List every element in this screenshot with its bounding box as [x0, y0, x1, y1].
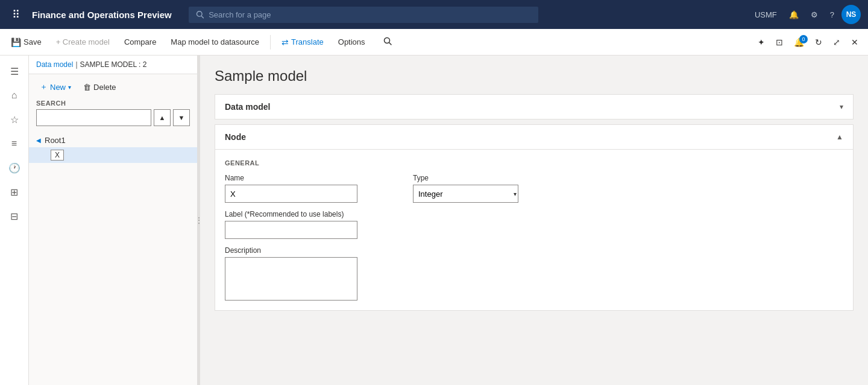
form-row-main: Name Label (*Recommended to use labels) … [225, 174, 843, 301]
data-model-title: Data model [225, 102, 270, 112]
view-icon[interactable]: ⊡ [771, 34, 788, 51]
sidebar-modules[interactable]: ⊟ [4, 205, 25, 227]
sidebar-hamburger[interactable]: ☰ [4, 60, 25, 82]
bell-icon[interactable]: 🔔 [784, 8, 804, 22]
sidebar-recent[interactable]: 🕐 [4, 157, 25, 179]
avatar[interactable]: NS [841, 5, 861, 24]
child-node-box: X [51, 150, 64, 161]
settings-icon[interactable]: ⚙ [806, 8, 823, 22]
search-input[interactable] [209, 10, 531, 19]
description-field-group: Description [225, 246, 357, 301]
nav-right-actions: USMF 🔔 ⚙ ? NS [750, 5, 861, 24]
personalize-icon[interactable]: ✦ [753, 34, 770, 51]
breadcrumb-link[interactable]: Data model [36, 60, 73, 69]
collapse-icon: ◀ [36, 137, 41, 144]
type-select-wrapper: Integer String Boolean Real Date DateTim… [413, 185, 521, 203]
help-icon[interactable]: ? [825, 8, 839, 22]
tree-search-input[interactable] [36, 109, 151, 126]
description-label: Description [225, 246, 357, 255]
save-icon: 💾 [11, 37, 21, 47]
cmd-right-icons: ✦ ⊡ 🔔 0 ↻ ⤢ ✕ [753, 34, 863, 51]
label-input[interactable] [225, 221, 357, 239]
form-left-col: Name Label (*Recommended to use labels) … [225, 174, 357, 301]
sidebar-workspace[interactable]: ⊞ [4, 181, 25, 203]
translate-button[interactable]: ⇄ Translate [275, 34, 330, 51]
svg-line-3 [389, 43, 391, 45]
save-button[interactable]: 💾 Save [5, 34, 48, 51]
form-right-col: Type Integer String Boolean Real Date Da… [413, 174, 521, 203]
tree-panel: Data model | SAMPLE MODEL : 2 ＋ New ▾ 🗑 … [29, 56, 198, 385]
cmd-separator [270, 35, 271, 49]
usmf-label[interactable]: USMF [750, 8, 782, 22]
tree-content: ◀ Root1 X [29, 131, 197, 385]
refresh-icon[interactable]: ↻ [810, 34, 827, 51]
notifications-icon[interactable]: 🔔 0 [789, 34, 809, 51]
map-model-button[interactable]: Map model to datasource [165, 34, 265, 50]
plus-icon: ＋ [40, 81, 48, 92]
data-model-section: Data model ▾ [215, 94, 854, 119]
sidebar-home[interactable]: ⌂ [4, 84, 25, 106]
delete-button[interactable]: 🗑 Delete [80, 80, 120, 94]
top-navbar: ⠿ Finance and Operations Preview USMF 🔔 … [0, 0, 868, 29]
type-field-group: Type Integer String Boolean Real Date Da… [413, 174, 521, 203]
sidebar-list[interactable]: ≡ [4, 133, 25, 154]
create-model-button[interactable]: + Create model [50, 34, 116, 50]
main-content: Sample model Data model ▾ Node ▲ GENERAL [200, 56, 868, 385]
search-section: SEARCH ▲ ▼ [29, 100, 197, 131]
notification-badge: 0 [799, 35, 808, 43]
sidebar-favorites[interactable]: ☆ [4, 109, 25, 130]
name-input[interactable] [225, 185, 357, 203]
tree-toolbar: ＋ New ▾ 🗑 Delete [29, 74, 197, 100]
name-label: Name [225, 174, 357, 182]
search-bar [189, 7, 538, 23]
svg-line-1 [201, 16, 203, 18]
tree-child-node[interactable]: X [29, 147, 197, 163]
label-field-group: Label (*Recommended to use labels) [225, 210, 357, 239]
search-up-button[interactable]: ▲ [154, 109, 171, 126]
main-layout: ☰ ⌂ ☆ ≡ 🕐 ⊞ ⊟ Data model | SAMPLE MODEL … [0, 56, 868, 385]
description-textarea[interactable] [225, 257, 357, 301]
new-button[interactable]: ＋ New ▾ [36, 79, 75, 95]
type-label: Type [413, 174, 521, 182]
breadcrumb-separator: | [75, 60, 77, 69]
node-section: Node ▲ GENERAL Name Label (*Recommended … [215, 124, 854, 311]
search-input-row: ▲ ▼ [36, 109, 190, 126]
search-down-button[interactable]: ▼ [173, 109, 190, 126]
tree-root-node[interactable]: ◀ Root1 [29, 133, 197, 147]
name-field-group: Name [225, 174, 357, 203]
general-label: GENERAL [225, 159, 843, 167]
node-section-body: GENERAL Name Label (*Recommended to use … [215, 150, 853, 310]
close-icon[interactable]: ✕ [846, 34, 863, 51]
app-title: Finance and Operations Preview [32, 10, 172, 20]
apps-grid-icon[interactable]: ⠿ [7, 5, 25, 24]
breadcrumb-current: SAMPLE MODEL : 2 [80, 60, 147, 69]
data-model-header[interactable]: Data model ▾ [215, 95, 853, 119]
page-title: Sample model [215, 68, 854, 84]
open-new-icon[interactable]: ⤢ [828, 34, 845, 51]
search-label: SEARCH [36, 100, 190, 107]
data-model-chevron-icon: ▾ [840, 103, 843, 111]
node-section-title: Node [225, 132, 246, 142]
node-chevron-icon: ▲ [836, 133, 843, 141]
options-button[interactable]: Options [332, 34, 371, 50]
command-bar: 💾 Save + Create model Compare Map model … [0, 29, 868, 56]
root-node-label: Root1 [45, 136, 66, 145]
search-icon [196, 10, 204, 19]
sidebar-icons: ☰ ⌂ ☆ ≡ 🕐 ⊞ ⊟ [0, 56, 29, 385]
compare-button[interactable]: Compare [118, 34, 162, 50]
translate-icon: ⇄ [281, 37, 289, 47]
node-section-header[interactable]: Node ▲ [215, 125, 853, 150]
type-select[interactable]: Integer String Boolean Real Date DateTim… [413, 185, 518, 203]
dropdown-chevron-icon: ▾ [68, 84, 71, 91]
label-field-label: Label (*Recommended to use labels) [225, 210, 357, 218]
breadcrumb: Data model | SAMPLE MODEL : 2 [29, 56, 197, 74]
delete-icon: 🗑 [83, 83, 91, 92]
search-cmd-icon[interactable] [379, 33, 397, 51]
